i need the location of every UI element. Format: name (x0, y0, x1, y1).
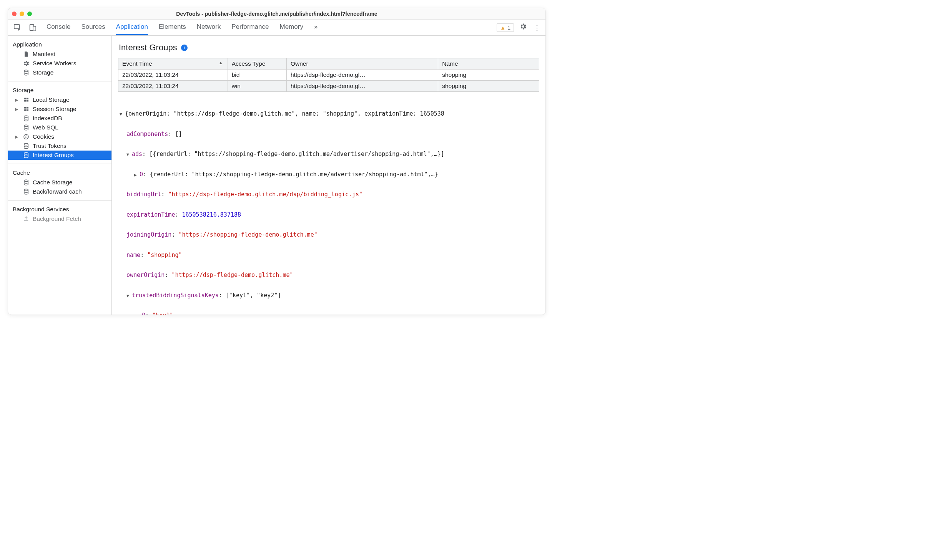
tab-memory[interactable]: Memory (279, 20, 303, 35)
svg-rect-11 (27, 109, 28, 111)
json-key: ads (132, 151, 142, 157)
tab-network[interactable]: Network (197, 20, 221, 35)
table-row[interactable]: 22/03/2022, 11:03:24 bid https://dsp-fle… (118, 70, 539, 81)
svg-point-21 (24, 180, 28, 182)
db-icon (23, 142, 30, 149)
column-header-name[interactable]: Name (438, 58, 539, 70)
zoom-window-button[interactable] (27, 12, 32, 16)
tab-console[interactable]: Console (47, 20, 70, 35)
column-header-access-type[interactable]: Access Type (228, 58, 286, 70)
cell-access-type: win (228, 81, 286, 92)
application-sidebar: ApplicationManifestService WorkersStorag… (8, 36, 112, 315)
gear-icon (23, 60, 30, 67)
db-icon (23, 179, 30, 186)
sidebar-item-local-storage[interactable]: ▶Local Storage (8, 95, 111, 104)
traffic-lights (12, 12, 32, 16)
sidebar-section-header: Cache (8, 167, 111, 178)
table-row[interactable]: 22/03/2022, 11:03:24 win https://dsp-fle… (118, 81, 539, 92)
grid-icon (23, 106, 30, 113)
object-inspector[interactable]: ▼{ownerOrigin: "https://dsp-fledge-demo.… (112, 92, 545, 315)
tab-elements[interactable]: Elements (159, 20, 186, 35)
svg-point-17 (25, 137, 26, 138)
sidebar-item-label: Storage (33, 69, 53, 76)
cell-name: shopping (438, 70, 539, 81)
content-panel: Interest Groups i Event Time▲ Access Typ… (112, 36, 545, 315)
window-title: DevTools - publisher-fledge-demo.glitch.… (176, 11, 377, 17)
svg-point-18 (27, 137, 27, 138)
tab-application[interactable]: Application (116, 20, 148, 35)
devtools-toolbar: Console Sources Application Elements Net… (8, 20, 545, 36)
sidebar-item-session-storage[interactable]: ▶Session Storage (8, 104, 111, 114)
tab-sources[interactable]: Sources (81, 20, 105, 35)
sidebar-item-storage[interactable]: Storage (8, 68, 111, 77)
sidebar-item-label: Service Workers (33, 60, 76, 67)
cell-event-time: 22/03/2022, 11:03:24 (118, 81, 228, 92)
sidebar-item-label: IndexedDB (33, 115, 62, 122)
json-value: "https://shopping-fledge-demo.glitch.me" (178, 231, 317, 238)
disclosure-triangle-icon[interactable]: ▶ (134, 171, 140, 179)
sidebar-section-header: Storage (8, 84, 111, 95)
settings-gear-icon[interactable] (519, 23, 528, 32)
sidebar-item-label: Back/forward cach (33, 188, 82, 195)
column-header-owner[interactable]: Owner (286, 58, 438, 70)
sidebar-item-trust-tokens[interactable]: Trust Tokens (8, 141, 111, 151)
json-value: [] (175, 131, 182, 138)
window-titlebar: DevTools - publisher-fledge-demo.glitch.… (8, 8, 545, 20)
sidebar-item-interest-groups[interactable]: Interest Groups (8, 151, 111, 160)
json-value: [{renderUrl: "https://shopping-fledge-de… (149, 151, 444, 157)
disclosure-triangle-icon[interactable]: ▼ (120, 111, 125, 118)
db-icon (23, 69, 30, 76)
json-value: "https://dsp-fledge-demo.glitch.me" (171, 272, 293, 278)
sidebar-item-indexeddb[interactable]: IndexedDB (8, 114, 111, 123)
json-key: expirationTime (126, 211, 175, 218)
close-window-button[interactable] (12, 12, 17, 16)
sidebar-item-cookies[interactable]: ▶Cookies (8, 132, 111, 141)
minimize-window-button[interactable] (20, 12, 24, 16)
sidebar-item-label: Web SQL (33, 124, 58, 131)
json-key: 0 (142, 312, 145, 315)
svg-rect-8 (24, 107, 26, 109)
sidebar-item-label: Manifest (33, 51, 55, 58)
svg-point-15 (25, 136, 26, 137)
sidebar-item-label: Session Storage (33, 106, 76, 113)
sort-asc-icon: ▲ (219, 60, 223, 65)
tab-overflow[interactable]: » (314, 20, 318, 35)
svg-point-13 (24, 125, 28, 127)
sidebar-item-manifest[interactable]: Manifest (8, 50, 111, 59)
db-icon (23, 115, 30, 122)
column-header-event-time[interactable]: Event Time▲ (118, 58, 228, 70)
disclosure-triangle-icon[interactable]: ▶ (15, 107, 20, 112)
panel-title: Interest Groups (119, 43, 177, 53)
svg-point-16 (27, 136, 27, 136)
db-icon (23, 188, 30, 195)
info-icon[interactable]: i (181, 45, 188, 51)
device-toolbar-icon[interactable] (27, 22, 38, 33)
json-value: "shopping" (147, 252, 182, 258)
svg-point-20 (24, 152, 28, 154)
warning-count: 1 (507, 25, 510, 31)
cookie-icon (23, 133, 30, 140)
disclosure-triangle-icon[interactable]: ▼ (126, 292, 132, 300)
warnings-indicator[interactable]: ▲ 1 (497, 23, 514, 32)
disclosure-triangle-icon[interactable]: ▼ (126, 151, 132, 158)
tab-performance[interactable]: Performance (231, 20, 269, 35)
sidebar-item-service-workers[interactable]: Service Workers (8, 59, 111, 68)
sidebar-item-web-sql[interactable]: Web SQL (8, 123, 111, 132)
sidebar-item-label: Cookies (33, 133, 54, 140)
sidebar-item-label: Background Fetch (33, 215, 81, 222)
svg-rect-4 (24, 98, 26, 99)
json-value: ["key1", "key2"] (226, 292, 281, 299)
json-key: biddingUrl (126, 191, 161, 198)
sidebar-item-back-forward-cach[interactable]: Back/forward cach (8, 187, 111, 196)
svg-rect-10 (24, 109, 26, 111)
disclosure-triangle-icon[interactable]: ▶ (15, 134, 20, 139)
sidebar-item-cache-storage[interactable]: Cache Storage (8, 178, 111, 187)
disclosure-triangle-icon[interactable]: ▶ (15, 98, 20, 103)
sidebar-item-background-fetch[interactable]: Background Fetch (8, 214, 111, 224)
file-icon (23, 51, 30, 58)
svg-rect-2 (33, 26, 36, 31)
cell-access-type: bid (228, 70, 286, 81)
more-options-icon[interactable]: ⋮ (532, 23, 542, 32)
svg-rect-0 (14, 24, 20, 28)
inspect-element-icon[interactable] (12, 22, 23, 33)
